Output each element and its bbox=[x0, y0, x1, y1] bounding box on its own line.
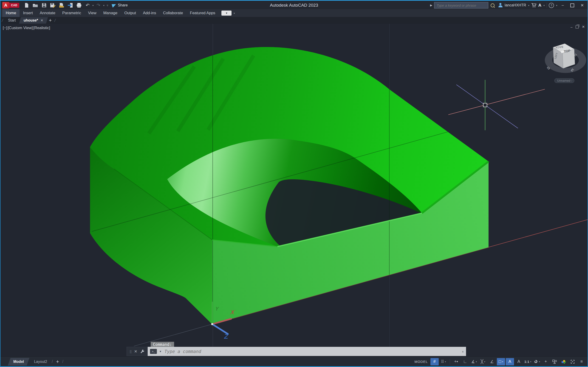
printer-icon bbox=[76, 3, 82, 8]
save-button[interactable] bbox=[40, 2, 48, 9]
command-grip-handle[interactable]: ⣿ bbox=[130, 350, 131, 353]
snap-mode-icon[interactable]: ⠿▾ bbox=[439, 358, 448, 365]
command-close-icon[interactable]: ✕ bbox=[134, 349, 137, 354]
layout2-tab[interactable]: Layout2 bbox=[30, 358, 51, 366]
grid-display-icon[interactable]: # bbox=[431, 358, 439, 365]
file-tab-start[interactable]: Start bbox=[5, 18, 19, 23]
viewcube[interactable]: S E N BACK TOP LEFT Unnamed ▽ bbox=[545, 44, 586, 83]
annotation-visibility-icon[interactable]: A bbox=[506, 358, 514, 365]
viewcube-back-label: BACK bbox=[555, 45, 563, 49]
annotation-autoscale-icon[interactable]: A bbox=[515, 358, 523, 365]
new-file-button[interactable] bbox=[23, 2, 31, 9]
search-icon[interactable] bbox=[491, 3, 494, 7]
search-input[interactable] bbox=[436, 3, 486, 8]
command-prompt-icon[interactable]: >_ bbox=[150, 349, 157, 354]
status-plus-icon[interactable]: + bbox=[542, 358, 550, 365]
model-tab[interactable]: Model bbox=[8, 358, 29, 366]
qat-customize-dropdown[interactable]: ▿ bbox=[107, 4, 109, 7]
ribbon-tab-home[interactable]: Home bbox=[2, 9, 19, 17]
undo-button[interactable]: ↶ bbox=[84, 2, 92, 9]
command-scroll-up-icon[interactable]: ▲ bbox=[461, 350, 464, 353]
ortho-mode-icon[interactable]: ∟ bbox=[461, 358, 469, 365]
file-tab-separator: / bbox=[1, 18, 3, 23]
viewport-visual-style-control[interactable]: [Realistic] bbox=[33, 26, 50, 30]
ribbon-tab-manage[interactable]: Manage bbox=[100, 9, 121, 17]
workspace-gear-icon[interactable]: ▾ bbox=[533, 358, 541, 365]
ribbon-tab-annotate[interactable]: Annotate bbox=[36, 9, 59, 17]
uhouse-solid[interactable] bbox=[90, 46, 489, 324]
model-space-label[interactable]: MODEL bbox=[414, 360, 428, 364]
clean-screen-icon[interactable] bbox=[569, 358, 577, 365]
save-as-icon bbox=[50, 3, 56, 8]
isolate-objects-icon[interactable] bbox=[551, 358, 559, 365]
object-snap-tracking-icon[interactable]: ╳▾ bbox=[479, 358, 487, 365]
help-icon[interactable]: ? bbox=[549, 3, 554, 8]
search-box[interactable] bbox=[434, 2, 488, 8]
redo-button[interactable]: ↷ bbox=[95, 2, 103, 9]
viewport-minimize-icon[interactable]: – bbox=[571, 25, 572, 29]
file-tab-close-icon[interactable]: ✕ bbox=[40, 18, 43, 23]
viewport-view-control[interactable]: [Custom View] bbox=[8, 26, 33, 30]
status-bar: Model Layout2 / + / MODEL #⠿▾+▪∟∡▾╳▾∠□▾A… bbox=[0, 357, 588, 367]
polar-tracking-icon[interactable]: ∡▾ bbox=[470, 358, 478, 365]
file-tab-uhouse[interactable]: uhouse* ✕ bbox=[19, 17, 48, 24]
minimize-button[interactable]: – bbox=[559, 1, 566, 10]
undo-dropdown[interactable]: ▾ bbox=[92, 4, 94, 7]
viewport-minimize-control[interactable]: [−] bbox=[3, 26, 7, 30]
viewport-close-icon[interactable]: ✕ bbox=[582, 25, 585, 29]
save-icon bbox=[42, 3, 47, 8]
open-from-web-icon bbox=[59, 3, 64, 8]
ribbon-tab-featured-apps[interactable]: Featured Apps bbox=[187, 9, 219, 17]
share-button[interactable]: Share bbox=[112, 3, 128, 7]
command-input[interactable] bbox=[164, 349, 464, 354]
ribbon-tab-parametric[interactable]: Parametric bbox=[59, 9, 85, 17]
cart-icon[interactable] bbox=[531, 3, 536, 8]
ribbon-tab-insert[interactable]: Insert bbox=[19, 9, 36, 17]
redo-dropdown[interactable]: ▾ bbox=[103, 4, 105, 7]
autocad-cad-badge: CAD bbox=[9, 3, 19, 8]
maximize-button[interactable] bbox=[568, 1, 577, 10]
add-layout-button[interactable]: + bbox=[54, 359, 61, 364]
model-space-viewport[interactable]: X Y Z S E N BACK TOP LEFT Unnamed ▽ bbox=[0, 24, 588, 357]
search-expand-arrow[interactable]: ▶ bbox=[430, 4, 432, 7]
viewport-restore-icon[interactable] bbox=[576, 25, 579, 28]
open-file-button[interactable] bbox=[31, 2, 40, 9]
ribbon-tab-output[interactable]: Output bbox=[121, 9, 139, 17]
pickbox bbox=[483, 103, 487, 107]
autocad-a-icon: A bbox=[2, 2, 9, 8]
annotation-scale[interactable]: 1:1▾ bbox=[524, 358, 532, 365]
help-dropdown[interactable]: ▾ bbox=[556, 4, 557, 7]
autocad-logo[interactable]: A CAD bbox=[2, 2, 19, 8]
ucs-z-axis bbox=[212, 324, 228, 334]
graphics-performance-icon[interactable] bbox=[560, 358, 568, 365]
customization-menu-icon[interactable]: ≡ bbox=[578, 358, 586, 365]
maximize-icon bbox=[570, 3, 574, 7]
quick-access-toolbar: ↶ ▾ ↷ ▾ ▿ bbox=[23, 2, 110, 9]
username[interactable]: lancaHXHTR bbox=[505, 3, 526, 7]
plot-button[interactable] bbox=[75, 2, 83, 9]
object-snap-icon[interactable]: □▾ bbox=[497, 358, 505, 365]
new-drawing-tab-button[interactable]: + bbox=[49, 18, 52, 23]
3d-scene: X Y Z S E N BACK TOP LEFT Unnamed ▽ bbox=[0, 24, 588, 357]
ribbon-toggle-dropdown[interactable]: ▾ bbox=[233, 12, 235, 15]
open-from-web-button[interactable] bbox=[57, 2, 66, 9]
command-input-bar[interactable]: >_ ▼ ▲ bbox=[148, 347, 466, 356]
ribbon-tab-view[interactable]: View bbox=[85, 9, 100, 17]
command-history-line: Command: bbox=[151, 342, 174, 347]
isodraft-icon[interactable]: ∠ bbox=[488, 358, 496, 365]
autodesk-app-store-icon[interactable]: A bbox=[538, 3, 541, 8]
command-customize-wrench-icon[interactable] bbox=[140, 349, 145, 354]
ribbon-tab-collaborate[interactable]: Collaborate bbox=[160, 9, 187, 17]
ribbon-tab-bar: HomeInsertAnnotateParametricViewManageOu… bbox=[0, 9, 588, 17]
command-recent-dropdown[interactable]: ▼ bbox=[159, 350, 162, 353]
ribbon-tab-add-ins[interactable]: Add-ins bbox=[139, 9, 160, 17]
layout-separator: / bbox=[52, 359, 53, 364]
app-store-dropdown[interactable]: ▾ bbox=[543, 4, 545, 7]
dynamic-input-icon[interactable]: +▪ bbox=[452, 358, 460, 365]
command-line-dock: ⣿ ✕ >_ ▼ ▲ bbox=[127, 347, 466, 356]
save-as-button[interactable] bbox=[49, 2, 57, 9]
ribbon-display-toggle[interactable]: ▼ bbox=[221, 10, 232, 16]
user-dropdown[interactable]: ▾ bbox=[528, 4, 529, 7]
export-button[interactable] bbox=[66, 2, 74, 9]
close-button[interactable]: ✕ bbox=[578, 1, 586, 10]
